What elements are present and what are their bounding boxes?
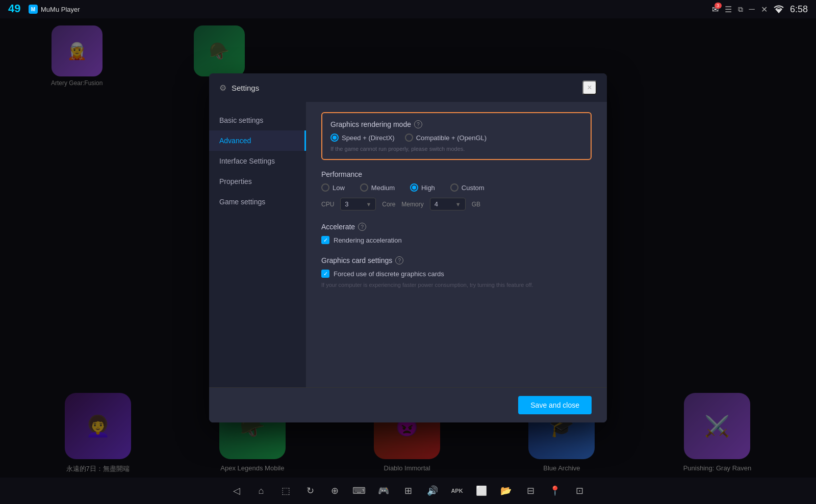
sidebar-item-basic[interactable]: Basic settings: [209, 110, 306, 130]
rendering-acceleration-row: ✓ Rendering acceleration: [321, 236, 592, 244]
gpu-section: Graphics card settings ? ✓ Forced use of…: [321, 256, 592, 288]
radio-directx-circle: [330, 134, 339, 142]
radio-directx-dot: [333, 136, 337, 140]
taskbar-home[interactable]: ⌂: [254, 484, 268, 498]
taskbar-rotate[interactable]: ↻: [303, 484, 317, 498]
menu-icon[interactable]: ☰: [725, 5, 732, 14]
taskbar-minus[interactable]: ⊟: [523, 484, 538, 498]
radio-high-dot: [412, 185, 416, 190]
memory-select-chevron: ▼: [455, 201, 461, 207]
discrete-gpu-row: ✓ Forced use of discrete graphics cards: [321, 270, 592, 278]
taskbar-volume[interactable]: 🔊: [425, 484, 440, 498]
taskbar-screen[interactable]: ⬚: [278, 484, 293, 498]
memory-select[interactable]: 4 ▼: [430, 198, 466, 210]
topbar-time: 6:58: [790, 4, 808, 15]
cpu-label: CPU: [321, 201, 334, 208]
dialog-close-button[interactable]: ×: [582, 81, 597, 95]
taskbar-window[interactable]: ⬜: [474, 484, 489, 498]
memory-label: Memory: [401, 201, 423, 208]
accelerate-section: Accelerate ? ✓ Rendering acceleration: [321, 223, 592, 244]
mail-badge: 3: [715, 3, 722, 9]
radio-custom-circle: [450, 183, 458, 192]
minimize-icon[interactable]: ─: [749, 5, 755, 14]
render-mode-hint: If the game cannot run properly, please …: [330, 146, 582, 152]
dialog-content: Graphics rendering mode ? Speed + (Direc…: [306, 102, 607, 387]
taskbar-gamepad[interactable]: 🎮: [376, 484, 391, 498]
perf-high[interactable]: High: [410, 183, 435, 192]
taskbar: ◁ ⌂ ⬚ ↻ ⊕ ⌨ 🎮 ⊞ 🔊 APK ⬜ 📂 ⊟ 📍 ⊡: [0, 478, 816, 504]
render-mode-radio-group: Speed + (DirectX) Compatible + (OpenGL): [330, 134, 582, 142]
render-mode-title: Graphics rendering mode ?: [330, 120, 582, 128]
settings-gear-icon: ⚙: [219, 83, 226, 93]
sidebar-item-game[interactable]: Game settings: [209, 192, 306, 212]
radio-high-circle: [410, 183, 418, 192]
render-mode-directx[interactable]: Speed + (DirectX): [330, 134, 395, 142]
settings-dialog: ⚙ Settings × Basic settings Advanced Int…: [209, 73, 607, 422]
performance-title: Performance: [321, 170, 592, 178]
active-indicator: [304, 130, 306, 151]
discrete-gpu-label: Forced use of discrete graphics cards: [334, 270, 444, 278]
close-icon[interactable]: ✕: [761, 5, 768, 14]
rendering-acceleration-checkbox[interactable]: ✓: [321, 236, 329, 244]
taskbar-apk[interactable]: APK: [450, 484, 464, 498]
discrete-checkbox-check-icon: ✓: [323, 271, 328, 277]
restore-icon[interactable]: ⧉: [738, 5, 743, 14]
radio-opengl-circle: [405, 134, 413, 142]
desktop: 49 M MuMu Player ✉ 3 ☰ ⧉ ─ ✕ 6:58: [0, 0, 816, 504]
rendering-acceleration-label: Rendering acceleration: [334, 236, 402, 244]
app-name: MuMu Player: [41, 6, 80, 13]
topbar-number: 49: [8, 2, 20, 15]
taskbar-keyboard[interactable]: ⌨: [352, 484, 366, 498]
topbar: 49 M MuMu Player ✉ 3 ☰ ⧉ ─ ✕ 6:58: [0, 0, 816, 18]
sidebar-item-interface[interactable]: Interface Settings: [209, 151, 306, 171]
core-label: Core: [382, 201, 395, 208]
dialog-footer: Save and close: [209, 387, 607, 422]
wifi-icon: [774, 5, 784, 13]
gpu-hint: If your computer is experiencing faster …: [321, 282, 576, 288]
taskbar-back[interactable]: ◁: [230, 484, 244, 498]
gpu-info-icon[interactable]: ?: [395, 256, 403, 264]
gb-label: GB: [472, 201, 480, 208]
mail-icon-wrap[interactable]: ✉ 3: [712, 5, 719, 14]
svg-marker-0: [775, 9, 782, 13]
sidebar-item-properties[interactable]: Properties: [209, 171, 306, 192]
topbar-right: ✉ 3 ☰ ⧉ ─ ✕ 6:58: [712, 4, 808, 15]
perf-low[interactable]: Low: [321, 183, 345, 192]
dialog-sidebar: Basic settings Advanced Interface Settin…: [209, 102, 306, 387]
accelerate-info-icon[interactable]: ?: [358, 223, 366, 231]
cpu-select[interactable]: 3 ▼: [340, 198, 376, 210]
discrete-gpu-checkbox[interactable]: ✓: [321, 270, 329, 278]
perf-medium[interactable]: Medium: [360, 183, 395, 192]
dialog-header: ⚙ Settings ×: [209, 73, 607, 102]
radio-low-circle: [321, 183, 329, 192]
app-logo-icon: M: [29, 5, 38, 14]
radio-medium-circle: [360, 183, 368, 192]
performance-controls: CPU 3 ▼ Core Memory 4 ▼ GB: [321, 198, 592, 210]
sidebar-item-advanced[interactable]: Advanced: [209, 130, 306, 151]
cpu-select-chevron: ▼: [366, 201, 371, 207]
render-mode-section: Graphics rendering mode ? Speed + (Direc…: [321, 112, 592, 160]
modal-overlay: ⚙ Settings × Basic settings Advanced Int…: [0, 18, 816, 478]
perf-custom[interactable]: Custom: [450, 183, 484, 192]
taskbar-folder[interactable]: 📂: [499, 484, 513, 498]
dialog-title: Settings: [232, 84, 259, 92]
dialog-body: Basic settings Advanced Interface Settin…: [209, 102, 607, 387]
checkbox-check-icon: ✓: [323, 237, 328, 244]
taskbar-pin[interactable]: 📍: [548, 484, 562, 498]
gpu-title: Graphics card settings ?: [321, 256, 592, 264]
taskbar-grid[interactable]: ⊞: [401, 484, 415, 498]
render-mode-info-icon[interactable]: ?: [414, 120, 422, 128]
performance-section: Performance Low Medium: [321, 170, 592, 210]
accelerate-title: Accelerate ?: [321, 223, 592, 231]
save-close-button[interactable]: Save and close: [518, 396, 592, 414]
performance-radio-row: Low Medium High: [321, 183, 592, 192]
taskbar-more[interactable]: ⊡: [572, 484, 586, 498]
taskbar-share[interactable]: ⊕: [327, 484, 342, 498]
render-mode-opengl[interactable]: Compatible + (OpenGL): [405, 134, 487, 142]
